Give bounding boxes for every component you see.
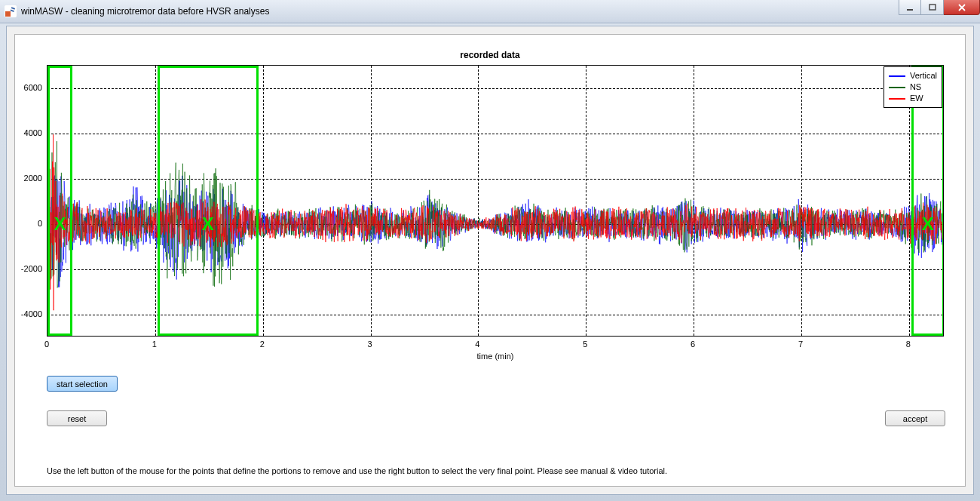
x-tick: 4 (475, 340, 479, 349)
titlebar[interactable]: winMASW - cleaning microtremor data befo… (0, 0, 980, 23)
chart-title: recorded data (15, 50, 965, 60)
x-tick: 3 (368, 340, 372, 349)
x-tick: 6 (691, 340, 695, 349)
legend-label: NS (910, 81, 921, 93)
x-tick: 2 (260, 340, 265, 349)
y-tick: 2000 (24, 174, 42, 183)
legend: Vertical NS EW (884, 66, 942, 108)
x-tick: 0 (44, 340, 49, 349)
legend-swatch (889, 87, 905, 88)
app-window: winMASW - cleaning microtremor data befo… (0, 0, 980, 501)
legend-item-ew: EW (889, 93, 937, 104)
minimize-button[interactable] (899, 0, 921, 15)
selection-x-mark: X (922, 214, 934, 235)
help-text: Use the left button of the mouse for the… (47, 466, 933, 475)
x-axis-label: time (min) (477, 352, 514, 361)
legend-item-ns: NS (889, 81, 937, 93)
selection-x-mark: X (54, 214, 66, 235)
y-tick: 4000 (24, 128, 42, 137)
window-controls (899, 0, 980, 15)
legend-swatch (889, 98, 905, 100)
x-tick: 5 (583, 340, 587, 349)
legend-swatch (889, 75, 905, 77)
reset-button[interactable]: reset (47, 410, 107, 426)
start-selection-button[interactable]: start selection (47, 376, 118, 392)
accept-button[interactable]: accept (885, 410, 945, 426)
close-button[interactable] (944, 0, 980, 15)
svg-rect-0 (907, 9, 913, 11)
selection-rect[interactable] (158, 66, 259, 336)
legend-label: EW (910, 93, 923, 104)
x-tick: 7 (798, 340, 803, 349)
legend-label: Vertical (910, 70, 937, 81)
plot-area[interactable]: Vertical NS EW XXX time (min) -4000-2000… (47, 65, 944, 337)
svg-rect-1 (929, 5, 936, 10)
window-title: winMASW - cleaning microtremor data befo… (21, 6, 269, 17)
y-tick: -4000 (21, 309, 42, 318)
x-tick: 8 (906, 340, 911, 349)
legend-item-vertical: Vertical (889, 70, 937, 81)
maximize-button[interactable] (921, 0, 944, 15)
y-tick: -2000 (21, 264, 42, 273)
x-tick: 1 (152, 340, 157, 349)
matlab-icon (5, 5, 17, 17)
client-area: recorded data Vertical NS (6, 26, 974, 495)
y-tick: 6000 (24, 83, 42, 92)
y-tick: 0 (38, 219, 42, 228)
main-panel: recorded data Vertical NS (14, 34, 966, 487)
selection-x-mark: X (202, 214, 214, 235)
selection-rect[interactable] (47, 66, 72, 336)
